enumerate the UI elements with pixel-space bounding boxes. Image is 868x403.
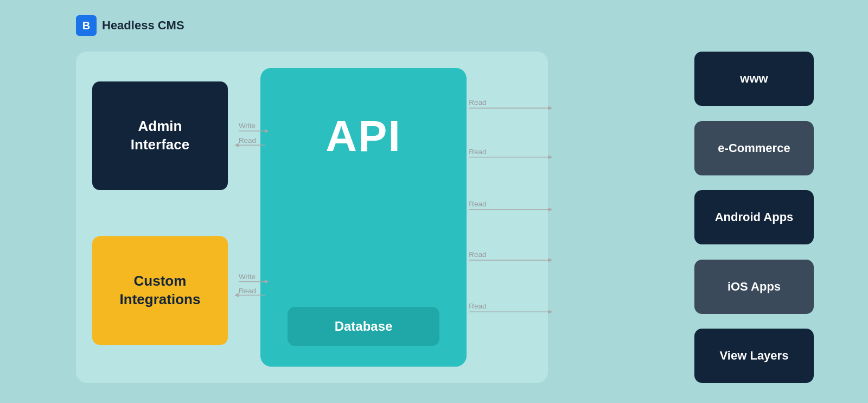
header: B Headless CMS [76, 15, 184, 36]
output-box-www: www [694, 52, 814, 106]
custom-integrations-box: CustomIntegrations [92, 236, 228, 345]
output-box-android: Android Apps [694, 190, 814, 244]
svg-marker-20 [548, 207, 553, 212]
svg-marker-26 [548, 310, 553, 314]
api-label: API [326, 111, 401, 161]
diagram: AdminInterface CustomIntegrations API Da… [76, 52, 814, 370]
output-box-ios: iOS Apps [694, 260, 814, 314]
custom-integrations-label: CustomIntegrations [120, 272, 201, 309]
output-box-viewlayers: View Layers [694, 329, 814, 383]
output-label-viewlayers: View Layers [720, 349, 789, 363]
api-box: API Database [260, 68, 467, 367]
output-label-ecommerce: e-Commerce [718, 141, 790, 155]
admin-interface-box: AdminInterface [92, 81, 228, 190]
output-boxes: www e-Commerce Android Apps iOS Apps Vie… [694, 52, 814, 383]
svg-marker-23 [548, 258, 553, 262]
database-label: Database [335, 319, 393, 334]
svg-marker-14 [548, 106, 553, 110]
output-label-www: www [740, 72, 768, 86]
logo-icon: B [76, 15, 97, 36]
admin-interface-label: AdminInterface [131, 117, 189, 154]
svg-marker-17 [548, 155, 553, 160]
output-box-ecommerce: e-Commerce [694, 121, 814, 175]
logo-text: Headless CMS [102, 18, 184, 33]
output-label-android: Android Apps [715, 210, 794, 224]
database-box: Database [288, 307, 439, 346]
output-label-ios: iOS Apps [727, 280, 781, 294]
